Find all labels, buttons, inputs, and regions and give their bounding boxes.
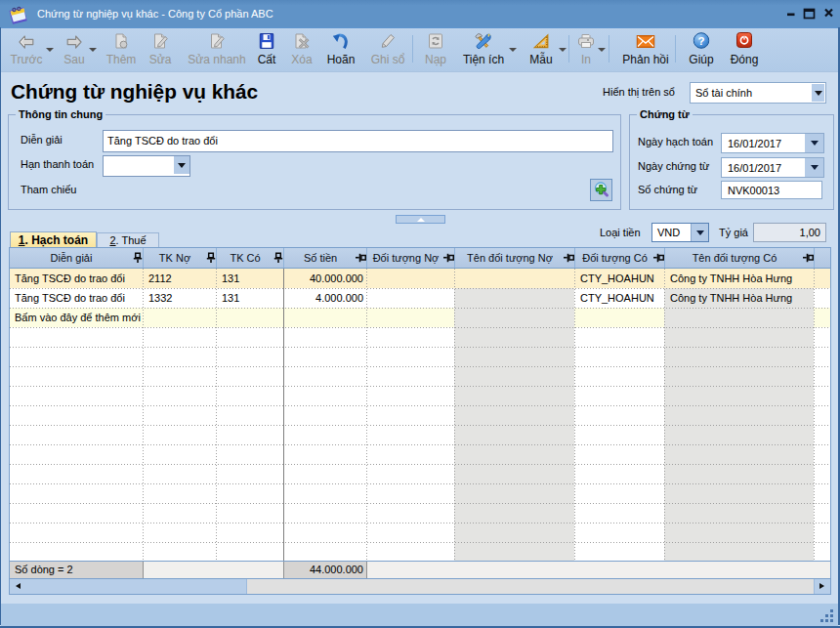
svg-text:?: ? bbox=[697, 35, 704, 47]
